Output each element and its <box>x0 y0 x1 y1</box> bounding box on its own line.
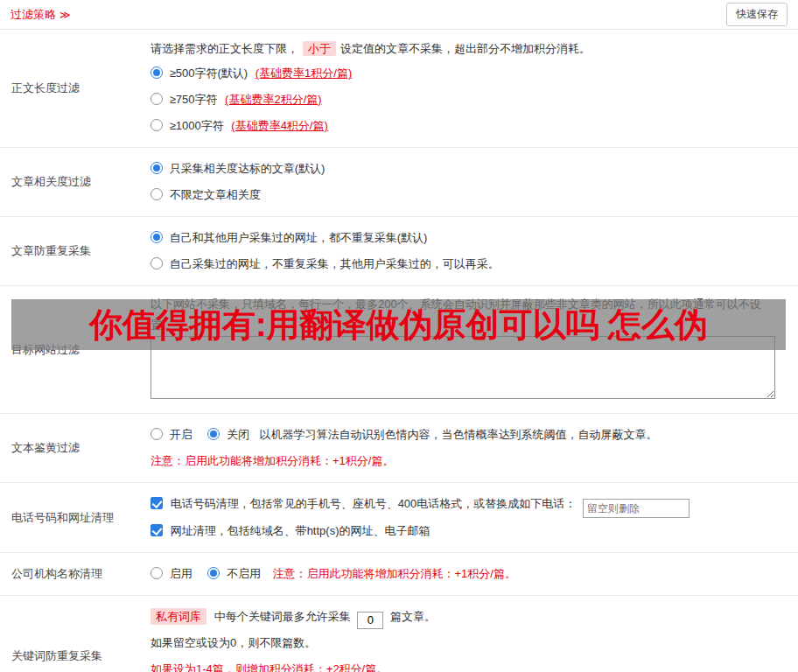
ad-overlay-banner[interactable]: 你值得拥有:用翻译做伪原创可以吗 怎么伪 <box>11 299 786 350</box>
dedup-option-all-users-click[interactable]: 自己和其他用户采集过的网址，都不重复采集(默认) <box>150 231 427 244</box>
option-text: ≥750字符 <box>170 93 218 106</box>
relevance-option-any-click[interactable]: 不限定文章相关度 <box>150 188 261 201</box>
length-option-1000[interactable]: ≥1000字符 (基础费率4积分/篇) <box>150 113 786 139</box>
quick-save-button[interactable]: 快速保存 <box>726 3 788 26</box>
row-content-relevance-filter: 只采集相关度达标的文章(默认) 不限定文章相关度 <box>150 148 798 216</box>
radio-icon[interactable] <box>150 428 163 440</box>
option-text: ≥1000字符 <box>170 119 224 132</box>
row-label-relevance-filter: 文章相关度过滤 <box>0 148 150 216</box>
row-dedup-filter: 文章防重复采集 自己和其他用户采集过的网址，都不重复采集(默认) 自己采集过的网… <box>0 217 798 286</box>
max-collect-count-input[interactable] <box>357 612 383 629</box>
row-length-filter: 正文长度过滤 请选择需求的正文长度下限，小于设定值的文章不采集，超出部分不增加积… <box>0 30 798 148</box>
url-clean-text: 网址清理，包括纯域名、带http(s)的网址、电子邮箱 <box>171 524 430 537</box>
option-note: (基础费率4积分/篇) <box>231 119 328 132</box>
radio-icon[interactable] <box>150 119 163 131</box>
option-text: 不启用 <box>227 567 261 580</box>
row-phone-url-clean: 电话号码和网址清理 电话号码清理，包括常见的手机号、座机号、400电话格式，或替… <box>0 483 798 553</box>
radio-icon[interactable] <box>150 231 163 243</box>
double-chevron-icon[interactable]: ≫ <box>60 9 71 21</box>
keyword-dedup-line2: 如果留空或设为0，则不限篇数。 <box>150 630 786 656</box>
phone-clean-text: 电话号码清理，包括常见的手机号、座机号、400电话格式，或替换成如下电话： <box>171 497 577 510</box>
option-text: 开启 <box>170 428 192 441</box>
porn-filter-warning: 注意：启用此功能将增加积分消耗：+1积分/篇。 <box>150 448 786 474</box>
length-intro-pre: 请选择需求的正文长度下限， <box>150 42 298 55</box>
row-content-phone-url-clean: 电话号码清理，包括常见的手机号、座机号、400电话格式，或替换成如下电话： 网址… <box>150 483 798 552</box>
radio-icon[interactable] <box>150 93 163 105</box>
page-title-text: 过滤策略 <box>10 7 56 23</box>
option-text: 启用 <box>170 567 192 580</box>
length-option-750-click[interactable]: ≥750字符 (基础费率2积分/篇) <box>150 93 322 106</box>
keyword-dedup-line3: 如果设为1-4篇，则增加积分消耗：+2积分/篇。 <box>150 656 786 672</box>
page-title: 过滤策略 ≫ <box>10 7 71 23</box>
replacement-phone-input[interactable] <box>583 499 690 518</box>
length-option-500-click[interactable]: ≥500字符(默认) (基础费率1积分/篇) <box>150 66 352 80</box>
porn-filter-desc: 以机器学习算法自动识别色情内容，当色情概率达到系统阈值，自动屏蔽文章。 <box>260 428 658 441</box>
row-content-length-filter: 请选择需求的正文长度下限，小于设定值的文章不采集，超出部分不增加积分消耗。 ≥5… <box>150 30 798 147</box>
radio-icon[interactable] <box>150 66 163 79</box>
porn-option-on[interactable]: 开启 <box>150 428 195 441</box>
radio-icon[interactable] <box>150 257 163 270</box>
length-intro-post: 设定值的文章不采集，超出部分不增加积分消耗。 <box>340 42 591 55</box>
option-text: 关闭 <box>227 428 249 441</box>
option-text: 只采集相关度达标的文章(默认) <box>170 162 326 175</box>
row-content-dedup-filter: 自己和其他用户采集过的网址，都不重复采集(默认) 自己采集过的网址，不重复采集，… <box>150 217 798 285</box>
porn-filter-options: 开启 关闭 以机器学习算法自动识别色情内容，当色情概率达到系统阈值，自动屏蔽文章… <box>150 422 786 448</box>
keyword-dedup-line1: 私有词库 中每个关键词最多允许采集 篇文章。 <box>150 604 786 630</box>
keyword-line1-mid: 中每个关键词最多允许采集 <box>214 610 351 623</box>
checkbox-icon[interactable] <box>150 524 163 536</box>
row-label-length-filter: 正文长度过滤 <box>0 30 150 147</box>
option-note: (基础费率1积分/篇) <box>256 66 353 80</box>
row-label-keyword-dedup: 关键词防重复采集 <box>0 596 150 672</box>
option-text: ≥500字符(默认) <box>170 66 248 80</box>
row-label-porn-filter: 文本鉴黄过滤 <box>0 414 150 482</box>
option-note: (基础费率2积分/篇) <box>225 93 322 106</box>
row-relevance-filter: 文章相关度过滤 只采集相关度达标的文章(默认) 不限定文章相关度 <box>0 148 798 217</box>
radio-icon[interactable] <box>150 162 163 174</box>
row-porn-filter: 文本鉴黄过滤 开启 关闭 以机器学习算法自动识别色情内容，当色情概率达到系统阈值… <box>0 414 798 483</box>
row-label-company-clean: 公司机构名称清理 <box>0 553 150 595</box>
row-company-clean: 公司机构名称清理 启用 不启用 注意：启用此功能将增加积分消耗：+1积分/篇。 <box>0 553 798 596</box>
option-text: 不限定文章相关度 <box>170 188 261 201</box>
relevance-option-strict[interactable]: 只采集相关度达标的文章(默认) <box>150 156 786 182</box>
filter-strategy-page: 过滤策略 ≫ 快速保存 正文长度过滤 请选择需求的正文长度下限，小于设定值的文章… <box>0 0 798 672</box>
length-option-750[interactable]: ≥750字符 (基础费率2积分/篇) <box>150 87 786 113</box>
row-content-porn-filter: 开启 关闭 以机器学习算法自动识别色情内容，当色情概率达到系统阈值，自动屏蔽文章… <box>150 414 798 482</box>
row-content-company-clean: 启用 不启用 注意：启用此功能将增加积分消耗：+1积分/篇。 <box>150 553 798 595</box>
less-than-highlight: 小于 <box>303 41 336 56</box>
dedup-option-self-only-click[interactable]: 自己采集过的网址，不重复采集，其他用户采集过的，可以再采。 <box>150 257 500 270</box>
relevance-option-any[interactable]: 不限定文章相关度 <box>150 182 786 208</box>
dedup-option-self-only[interactable]: 自己采集过的网址，不重复采集，其他用户采集过的，可以再采。 <box>150 251 786 277</box>
option-text: 自己和其他用户采集过的网址，都不重复采集(默认) <box>170 231 428 244</box>
radio-icon[interactable] <box>150 188 163 200</box>
row-label-dedup-filter: 文章防重复采集 <box>0 217 150 285</box>
company-clean-warning: 注意：启用此功能将增加积分消耗：+1积分/篇。 <box>273 567 516 580</box>
radio-icon[interactable] <box>150 567 163 579</box>
ad-overlay-text: 你值得拥有:用翻译做伪原创可以吗 怎么伪 <box>89 303 708 347</box>
topbar: 过滤策略 ≫ 快速保存 <box>0 0 798 30</box>
dedup-option-all-users[interactable]: 自己和其他用户采集过的网址，都不重复采集(默认) <box>150 225 786 251</box>
row-label-phone-url-clean: 电话号码和网址清理 <box>0 483 150 552</box>
radio-icon[interactable] <box>207 428 220 440</box>
private-lexicon-tag[interactable]: 私有词库 <box>150 608 206 625</box>
length-option-1000-click[interactable]: ≥1000字符 (基础费率4积分/篇) <box>150 119 328 132</box>
relevance-option-strict-click[interactable]: 只采集相关度达标的文章(默认) <box>150 162 325 175</box>
radio-icon[interactable] <box>207 567 220 579</box>
porn-option-off[interactable]: 关闭 <box>207 428 252 441</box>
row-content-keyword-dedup: 私有词库 中每个关键词最多允许采集 篇文章。 如果留空或设为0，则不限篇数。 如… <box>150 596 798 672</box>
company-clean-options: 启用 不启用 注意：启用此功能将增加积分消耗：+1积分/篇。 <box>150 561 786 587</box>
url-clean-option[interactable]: 网址清理，包括纯域名、带http(s)的网址、电子邮箱 <box>150 518 786 544</box>
company-option-off[interactable]: 不启用 <box>207 567 263 580</box>
option-text: 自己采集过的网址，不重复采集，其他用户采集过的，可以再采。 <box>170 257 500 270</box>
keyword-line1-end: 篇文章。 <box>390 610 436 623</box>
length-filter-intro: 请选择需求的正文长度下限，小于设定值的文章不采集，超出部分不增加积分消耗。 <box>150 38 786 60</box>
length-option-500[interactable]: ≥500字符(默认) (基础费率1积分/篇) <box>150 60 786 87</box>
phone-clean-option[interactable]: 电话号码清理，包括常见的手机号、座机号、400电话格式，或替换成如下电话： <box>150 491 786 518</box>
checkbox-icon[interactable] <box>150 497 163 509</box>
company-option-on[interactable]: 启用 <box>150 567 195 580</box>
row-keyword-dedup: 关键词防重复采集 私有词库 中每个关键词最多允许采集 篇文章。 如果留空或设为0… <box>0 596 798 672</box>
